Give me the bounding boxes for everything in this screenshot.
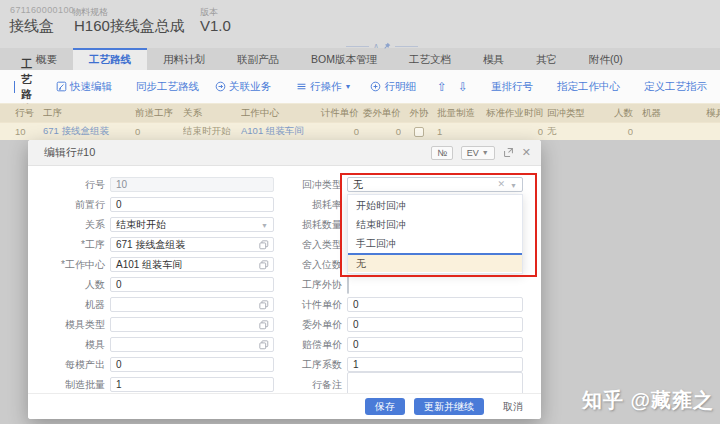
- assign-workcenter-button[interactable]: 指定工作中心: [557, 80, 620, 94]
- text-input[interactable]: 0: [110, 357, 274, 372]
- row-cell-7[interactable]: [401, 126, 437, 137]
- reference-input[interactable]: A101 组装车间: [110, 257, 274, 272]
- watermark: 知乎 @藏雍之: [582, 387, 714, 414]
- outsourced-checkbox[interactable]: [414, 127, 424, 137]
- expand-icon[interactable]: [503, 147, 514, 158]
- save-button[interactable]: 保存: [365, 398, 405, 415]
- reference-input[interactable]: 671 接线盒组装: [110, 237, 274, 252]
- column-header-13: 模具: [706, 107, 720, 120]
- row-actions-menu[interactable]: 行操作 ▼: [296, 80, 351, 94]
- reference-input[interactable]: [110, 317, 274, 332]
- pin-icon[interactable]: [383, 42, 391, 50]
- field-label: 行备注: [276, 378, 342, 392]
- field-row-工序外协: 工序外协: [276, 277, 523, 292]
- renumber-rows-button[interactable]: 重排行号: [491, 80, 533, 94]
- move-row-up-icon[interactable]: ⇧: [437, 81, 447, 93]
- field-control: 无✕▼开始时回冲结束时回冲手工回冲无: [347, 177, 523, 192]
- field-row-模具: 模具: [28, 337, 274, 352]
- reference-picker-icon[interactable]: [259, 260, 269, 270]
- field-row-赔偿单价: 赔偿单价0: [276, 337, 523, 352]
- dialog-title: 编辑行#10: [44, 145, 95, 160]
- text-input[interactable]: 0: [110, 277, 274, 292]
- cancel-button[interactable]: 取消: [493, 398, 533, 415]
- table-row[interactable]: 10671 接线盒组装0结束时开始A101 组装车间0010无0: [0, 122, 720, 140]
- column-header-6: 委外单价: [359, 107, 401, 120]
- reference-input[interactable]: [110, 297, 274, 312]
- column-header-1: 工序: [43, 107, 135, 120]
- text-input[interactable]: 0: [110, 197, 274, 212]
- field-row-工序: *工序671 接线盒组装: [28, 237, 274, 252]
- field-row-每模产出: 每模产出0: [28, 357, 274, 372]
- menu-icon: [296, 81, 307, 92]
- field-label: 计件单价: [276, 298, 342, 312]
- dialog-footer: 保存 更新并继续 取消: [28, 393, 541, 419]
- tab-其它[interactable]: 其它: [520, 48, 573, 70]
- field-label: 舍入位数: [276, 258, 342, 272]
- row-cell-11: 0: [587, 126, 633, 137]
- update-and-continue-button[interactable]: 更新并继续: [414, 398, 484, 415]
- text-input[interactable]: 1: [110, 377, 274, 392]
- field-control: 0: [347, 317, 523, 332]
- field-control: 0: [110, 357, 274, 372]
- backflush-type-combobox[interactable]: 无✕▼: [347, 177, 523, 192]
- dropdown-option-开始时回冲[interactable]: 开始时回冲: [348, 196, 522, 215]
- field-label: 工序系数: [276, 358, 342, 372]
- tab-联副产品[interactable]: 联副产品: [221, 48, 295, 70]
- reference-picker-icon[interactable]: [259, 320, 269, 330]
- tab-工艺路线[interactable]: 工艺路线: [73, 48, 147, 70]
- ev-dropdown[interactable]: EV ▼: [461, 146, 495, 160]
- field-label: 模具类型: [28, 318, 105, 332]
- row-cell-3: 结束时开始: [183, 125, 241, 138]
- field-label: 机器: [28, 298, 105, 312]
- text-input[interactable]: 0: [347, 297, 523, 312]
- row-cell-1[interactable]: 671 接线盒组装: [43, 125, 135, 138]
- column-header-4: 工作中心: [241, 107, 317, 120]
- field-row-工作中心: *工作中心A101 组装车间: [28, 257, 274, 272]
- text-input[interactable]: 0: [347, 317, 523, 332]
- caret-down-icon: ▼: [261, 222, 268, 229]
- panel-collapse-control[interactable]: ∧: [346, 41, 418, 51]
- field-control: 1: [347, 357, 523, 372]
- tab-工艺文档[interactable]: 工艺文档: [393, 48, 467, 70]
- chevron-up-icon[interactable]: ∧: [373, 42, 378, 50]
- select-input[interactable]: 结束时开始▼: [110, 217, 274, 232]
- reference-picker-icon[interactable]: [259, 300, 269, 310]
- field-label: 赔偿单价: [276, 338, 342, 352]
- sync-route-button[interactable]: 同步工艺路线: [136, 80, 199, 94]
- clear-icon[interactable]: ✕: [497, 179, 505, 189]
- tab-BOM版本管理[interactable]: BOM版本管理: [295, 48, 393, 70]
- close-icon[interactable]: ✕: [522, 146, 531, 159]
- tab-用料计划[interactable]: 用料计划: [147, 48, 221, 70]
- row-cell-10: 无: [547, 125, 587, 138]
- remark-textarea[interactable]: [347, 372, 523, 394]
- move-row-down-icon[interactable]: ⇩: [458, 81, 468, 93]
- pencil-icon: [56, 81, 67, 92]
- spec-value: H160接线盒总成: [74, 17, 185, 36]
- text-input[interactable]: 1: [347, 357, 523, 372]
- dropdown-option-无[interactable]: 无: [348, 253, 522, 272]
- field-label: 关系: [28, 218, 105, 232]
- define-instruction-button[interactable]: 定义工艺指示: [644, 80, 707, 94]
- reference-input[interactable]: [110, 337, 274, 352]
- field-control: 0: [347, 297, 523, 312]
- field-control: 1: [110, 377, 274, 392]
- caret-down-icon: ▼: [510, 182, 517, 189]
- related-business-button[interactable]: 关联业务: [215, 80, 271, 94]
- column-header-2: 前道工序: [135, 107, 183, 120]
- text-input[interactable]: 0: [347, 337, 523, 352]
- reference-picker-icon[interactable]: [259, 340, 269, 350]
- dropdown-option-手工回冲[interactable]: 手工回冲: [348, 234, 522, 253]
- tab-附件(0)[interactable]: 附件(0): [573, 48, 639, 70]
- numbering-button[interactable]: №: [431, 146, 453, 160]
- field-checkbox[interactable]: [347, 275, 349, 294]
- field-label: 回冲类型: [276, 178, 342, 192]
- form-column-left: 行号10前置行0关系结束时开始▼*工序671 接线盒组装*工作中心A101 组装…: [28, 177, 274, 393]
- row-detail-button[interactable]: 行明细: [370, 80, 416, 94]
- reference-picker-icon[interactable]: [259, 240, 269, 250]
- dropdown-option-结束时回冲[interactable]: 结束时回冲: [348, 215, 522, 234]
- tab-模具[interactable]: 模具: [467, 48, 520, 70]
- row-cell-8: 1: [437, 126, 481, 137]
- quick-edit-button[interactable]: 快速编辑: [56, 80, 112, 94]
- column-header-7: 外协: [401, 107, 437, 120]
- row-cell-4[interactable]: A101 组装车间: [241, 125, 317, 138]
